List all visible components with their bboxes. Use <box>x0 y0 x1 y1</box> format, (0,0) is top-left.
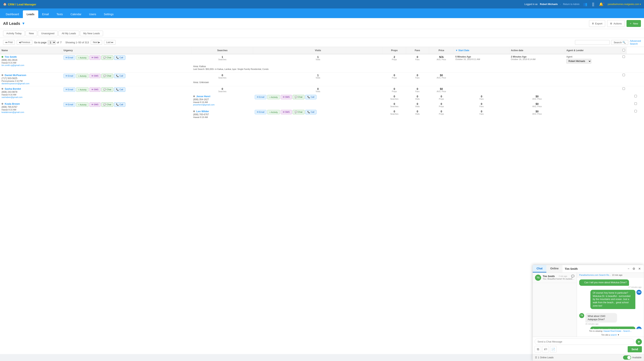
chat-list-item[interactable]: TS Tim Smith 2 min ago 💬 You: Beautiful … <box>533 273 577 283</box>
tab-dashboard[interactable]: Dashboard <box>2 11 23 18</box>
call-button[interactable]: 📞 Call <box>114 87 125 92</box>
lead-name-link[interactable]: Tim Smith <box>4 56 17 58</box>
sms-button[interactable]: ✉ SMS <box>90 74 100 78</box>
activity-button[interactable]: + Activity <box>267 95 280 99</box>
send-button[interactable]: Send <box>628 346 642 352</box>
call-button[interactable]: 📞 Call <box>305 110 316 114</box>
call-button[interactable]: 📞 Call <box>114 74 125 78</box>
chat-file-button[interactable]: 📄 <box>550 346 556 352</box>
chat-button[interactable]: 💬 Chat <box>101 102 113 107</box>
lead-email-link[interactable]: jessehenri@gmail.com <box>193 104 214 106</box>
chat-copy-button[interactable]: ⧉ <box>534 346 541 352</box>
col-checkbox[interactable] <box>621 47 627 54</box>
lead-name-link[interactable]: Keala Brown <box>4 102 20 105</box>
site-url[interactable]: paradisehomes.realgeeks.com ▾ <box>608 3 641 6</box>
lead-email-link[interactable]: kealabrown@gmail.com <box>2 111 24 113</box>
call-button[interactable]: 📞 Call <box>114 102 125 107</box>
next-page-button[interactable]: Next ▶ <box>91 40 102 45</box>
chat-minimize-button[interactable]: − <box>627 267 630 271</box>
call-button[interactable]: 📞 Call <box>114 56 125 60</box>
search-link[interactable]: search <box>610 334 617 336</box>
row-checkbox-cell[interactable] <box>621 73 627 81</box>
row-checkbox[interactable] <box>622 87 625 90</box>
row-checkbox[interactable] <box>634 102 637 105</box>
row-checkbox[interactable] <box>634 95 637 97</box>
activity-button[interactable]: + Activity <box>76 56 89 60</box>
chat-button[interactable]: 💬 Chat <box>101 74 113 78</box>
actions-button[interactable]: ⚙ Actions <box>607 20 624 27</box>
leads-filter-dropdown[interactable]: All Leads ▼ <box>3 21 25 26</box>
users-icon[interactable]: 👥 <box>582 2 588 7</box>
chat-settings-button[interactable]: ⚙ <box>632 266 636 271</box>
advanced-search-link[interactable]: AdvancedSearch <box>630 40 641 45</box>
lead-email-link[interactable]: sashabee@gmail.com <box>2 96 22 98</box>
apps-icon[interactable]: ⣿ <box>591 2 596 7</box>
search-input[interactable] <box>575 40 610 45</box>
sms-button[interactable]: ✉ SMS <box>90 56 100 60</box>
row-checkbox[interactable] <box>622 74 625 76</box>
notification-icon[interactable]: 🔔3 <box>598 2 606 7</box>
online-tab[interactable]: Online <box>546 265 562 272</box>
activity-button[interactable]: + Activity <box>76 74 89 78</box>
row-checkbox-cell[interactable] <box>633 109 644 120</box>
search-button[interactable]: Search 🔍 <box>611 40 628 45</box>
lead-name-link[interactable]: Sasha Bordot <box>4 87 21 90</box>
select-all-checkbox[interactable] <box>622 49 625 51</box>
lead-email-link[interactable]: tim.smith.rg@gmail.com <box>2 64 24 66</box>
activity-button[interactable]: + Activity <box>76 87 89 92</box>
filter-new[interactable]: New <box>26 31 37 36</box>
activity-button[interactable]: + Activity <box>267 110 280 114</box>
filter-all-my-leads[interactable]: All My Leads <box>58 31 79 36</box>
row-checkbox[interactable] <box>634 110 637 112</box>
row-checkbox-cell[interactable] <box>633 101 644 109</box>
filter-activity-today[interactable]: Activity Today <box>3 31 25 36</box>
email-button[interactable]: ✉ Email <box>64 74 75 78</box>
chat-button[interactable]: 💬 Chat <box>101 56 113 60</box>
search-dropdown-icon[interactable]: ▼ <box>618 334 620 336</box>
row-checkbox-cell[interactable] <box>633 94 644 101</box>
first-page-button[interactable]: ⏮ First <box>3 40 15 45</box>
email-button[interactable]: ✉ Email <box>64 56 75 60</box>
chat-ref-link[interactable]: Paradisehomes.com Search Re... <box>579 274 611 276</box>
chat-tab[interactable]: Chat <box>533 265 546 272</box>
chat-send-icon-button[interactable]: ➤ <box>636 339 642 345</box>
sms-button[interactable]: ✉ SMS <box>90 87 100 92</box>
chat-button[interactable]: 💬 Chat <box>292 95 304 99</box>
agent-select[interactable]: Robert Michaels <box>566 59 591 64</box>
lead-email-link[interactable]: danielmcpearson@gmail.com <box>2 82 30 85</box>
col-start-date[interactable]: ▼ Start Date <box>454 47 510 54</box>
row-checkbox-cell[interactable] <box>621 86 627 94</box>
lead-name-link[interactable]: Daniel McPearson <box>4 74 26 77</box>
call-button[interactable]: 📞 Call <box>305 95 316 99</box>
export-button[interactable]: ⬆ Export <box>589 20 605 27</box>
tab-users[interactable]: Users <box>85 11 100 18</box>
chat-tag-button[interactable]: 🏷 <box>542 346 549 352</box>
email-button[interactable]: ✉ Email <box>255 110 267 114</box>
email-button[interactable]: ✉ Email <box>64 102 75 107</box>
page-select[interactable]: 1234567 <box>48 40 56 45</box>
activity-button[interactable]: + Activity <box>76 102 89 107</box>
new-lead-button[interactable]: ＋ New <box>626 20 641 27</box>
tab-calendar[interactable]: Calendar <box>67 11 85 18</box>
sms-button[interactable]: ✉ SMS <box>90 102 100 107</box>
chat-message-input[interactable] <box>534 338 634 345</box>
row-checkbox[interactable] <box>622 56 625 58</box>
filter-unassigned[interactable]: Unassigned <box>38 31 58 36</box>
tab-texts[interactable]: Texts <box>53 11 67 18</box>
chat-close-button[interactable]: ✕ <box>638 266 642 271</box>
email-button[interactable]: ✉ Email <box>64 87 75 92</box>
lead-name-link[interactable]: Leo Wilder <box>196 110 209 113</box>
filter-my-new-leads[interactable]: My New Leads <box>80 31 103 36</box>
row-checkbox-cell[interactable] <box>621 54 627 65</box>
tab-settings[interactable]: Settings <box>100 11 118 18</box>
return-admin-link[interactable]: Return to Admin <box>563 3 580 6</box>
lead-name-link[interactable]: Jesse Henri <box>196 95 210 98</box>
chat-button[interactable]: 💬 Chat <box>292 110 304 114</box>
email-button[interactable]: ✉ Email <box>255 95 267 99</box>
last-page-button[interactable]: Last ⏭ <box>104 40 116 45</box>
chat-button[interactable]: 💬 Chat <box>101 87 113 92</box>
tab-leads[interactable]: Leads <box>23 11 38 18</box>
sms-button[interactable]: ✉ SMS <box>281 95 292 99</box>
viewing-link[interactable]: Hawaii Real Estate - Search... <box>604 330 632 332</box>
prev-page-button[interactable]: ◀ Previous <box>17 40 32 45</box>
